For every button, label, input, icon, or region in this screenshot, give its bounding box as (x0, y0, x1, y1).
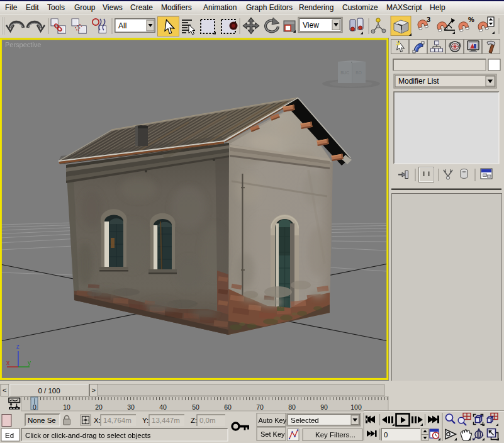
svg-text:Z:: Z: (191, 417, 197, 424)
svg-text:BUC: BUC (340, 70, 349, 75)
svg-text:70: 70 (256, 403, 264, 411)
svg-text:40: 40 (159, 403, 167, 411)
svg-text:0 / 100: 0 / 100 (38, 387, 60, 395)
svg-text:Ed: Ed (5, 432, 14, 439)
svg-text:0,0m: 0,0m (199, 417, 216, 424)
svg-text:0: 0 (33, 403, 36, 411)
svg-text:Selected: Selected (291, 417, 319, 424)
svg-text:All: All (118, 21, 126, 30)
svg-text:30: 30 (127, 403, 135, 411)
svg-text:Click or click-and-drag to sel: Click or click-and-drag to select object… (25, 432, 151, 439)
svg-text:Modifier List: Modifier List (398, 77, 439, 86)
svg-text:Set Key: Set Key (260, 430, 285, 438)
svg-text:14,764m: 14,764m (103, 417, 132, 424)
svg-text:80: 80 (288, 403, 296, 411)
svg-text:z: z (16, 343, 20, 350)
svg-text:None Se: None Se (28, 417, 56, 424)
svg-text:3: 3 (427, 16, 430, 23)
svg-text:Y:: Y: (142, 417, 148, 424)
svg-text:13,447m: 13,447m (152, 417, 180, 424)
svg-text:x: x (6, 359, 9, 366)
svg-text:50: 50 (192, 403, 199, 411)
svg-text:View: View (303, 21, 319, 30)
svg-text:Key Filters...: Key Filters... (315, 431, 356, 439)
svg-text:<: < (3, 386, 6, 394)
svg-text:10: 10 (63, 403, 70, 411)
svg-text:BO: BO (356, 70, 361, 75)
svg-text:Perspective: Perspective (5, 41, 41, 48)
svg-text:Auto Key: Auto Key (259, 417, 287, 424)
svg-text:%: % (468, 16, 474, 23)
svg-text:100: 100 (350, 403, 362, 411)
svg-text:90: 90 (320, 403, 328, 411)
svg-text:X:: X: (94, 417, 101, 424)
svg-text:60: 60 (224, 403, 232, 411)
svg-text:y: y (28, 359, 31, 366)
svg-text:>: > (92, 386, 96, 394)
svg-text:20: 20 (95, 403, 103, 411)
svg-text:0: 0 (384, 431, 388, 439)
